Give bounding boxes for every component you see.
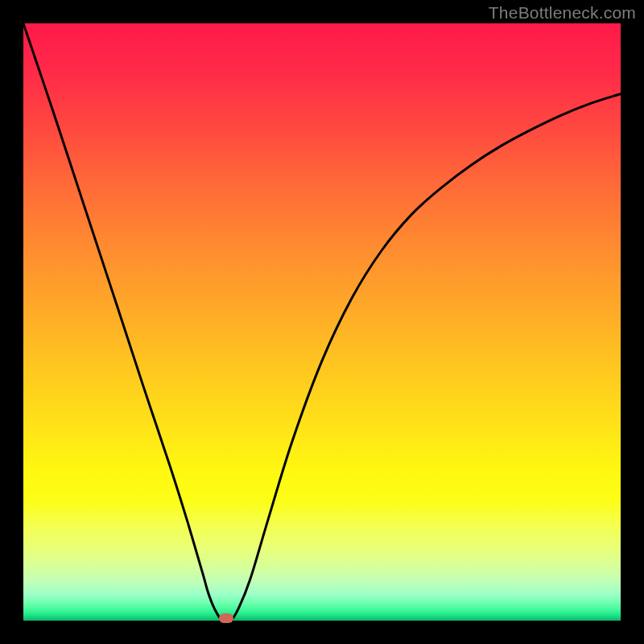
bottleneck-gradient-bg [23,23,621,621]
chart-plot-area [23,23,621,621]
watermark-text: TheBottleneck.com [489,3,636,23]
optimal-point-marker [219,613,233,623]
